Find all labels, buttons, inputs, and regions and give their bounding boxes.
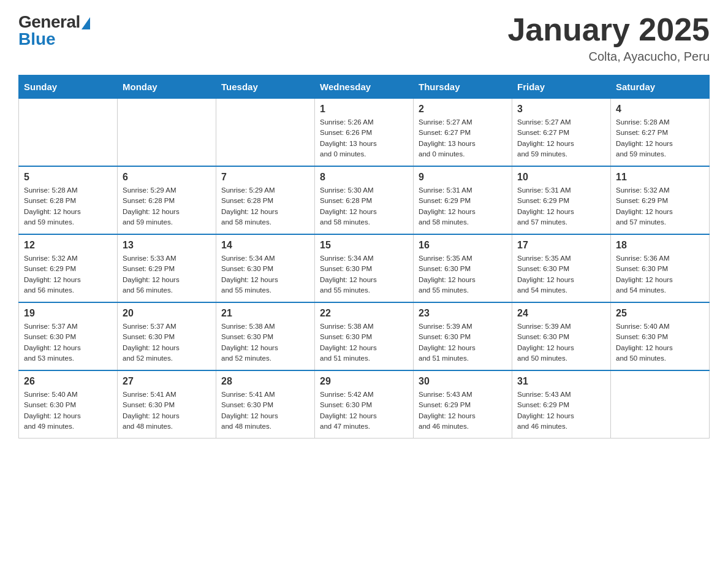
calendar-table: SundayMondayTuesdayWednesdayThursdayFrid… [18, 75, 710, 439]
day-info: Sunrise: 5:40 AM Sunset: 6:30 PM Dayligh… [24, 389, 112, 432]
calendar-day-header: Sunday [19, 75, 118, 99]
day-number: 19 [24, 308, 112, 319]
day-info: Sunrise: 5:27 AM Sunset: 6:27 PM Dayligh… [419, 117, 507, 159]
calendar-cell: 7Sunrise: 5:29 AM Sunset: 6:28 PM Daylig… [216, 166, 315, 234]
calendar-cell: 19Sunrise: 5:37 AM Sunset: 6:30 PM Dayli… [19, 302, 118, 370]
day-number: 9 [419, 172, 507, 183]
day-info: Sunrise: 5:43 AM Sunset: 6:29 PM Dayligh… [419, 389, 507, 432]
calendar-day-header: Tuesday [216, 75, 315, 99]
calendar-header-row: SundayMondayTuesdayWednesdayThursdayFrid… [19, 75, 710, 99]
day-number: 7 [221, 172, 309, 183]
calendar-cell: 24Sunrise: 5:39 AM Sunset: 6:30 PM Dayli… [512, 302, 611, 370]
calendar-cell: 27Sunrise: 5:41 AM Sunset: 6:30 PM Dayli… [118, 370, 216, 439]
calendar-cell: 23Sunrise: 5:39 AM Sunset: 6:30 PM Dayli… [414, 302, 512, 370]
day-number: 6 [123, 172, 211, 183]
page-header: General Blue January 2025 Colta, Ayacuch… [18, 12, 710, 64]
day-number: 25 [616, 308, 704, 319]
calendar-cell [611, 370, 710, 439]
day-info: Sunrise: 5:26 AM Sunset: 6:26 PM Dayligh… [320, 117, 408, 159]
day-info: Sunrise: 5:37 AM Sunset: 6:30 PM Dayligh… [123, 321, 211, 364]
location-text: Colta, Ayacucho, Peru [507, 50, 710, 64]
calendar-cell: 29Sunrise: 5:42 AM Sunset: 6:30 PM Dayli… [315, 370, 414, 439]
day-number: 8 [320, 172, 408, 183]
calendar-cell: 15Sunrise: 5:34 AM Sunset: 6:30 PM Dayli… [315, 234, 414, 302]
day-number: 1 [320, 104, 408, 115]
calendar-cell: 25Sunrise: 5:40 AM Sunset: 6:30 PM Dayli… [611, 302, 710, 370]
calendar-cell: 9Sunrise: 5:31 AM Sunset: 6:29 PM Daylig… [414, 166, 512, 234]
day-info: Sunrise: 5:37 AM Sunset: 6:30 PM Dayligh… [24, 321, 112, 364]
day-info: Sunrise: 5:38 AM Sunset: 6:30 PM Dayligh… [221, 321, 309, 364]
logo-triangle-icon [82, 17, 90, 29]
calendar-cell: 31Sunrise: 5:43 AM Sunset: 6:29 PM Dayli… [512, 370, 611, 439]
day-number: 15 [320, 240, 408, 251]
day-info: Sunrise: 5:29 AM Sunset: 6:28 PM Dayligh… [221, 185, 309, 228]
day-info: Sunrise: 5:43 AM Sunset: 6:29 PM Dayligh… [517, 389, 605, 432]
day-number: 31 [517, 376, 605, 387]
title-area: January 2025 Colta, Ayacucho, Peru [507, 12, 710, 64]
calendar-week-row: 12Sunrise: 5:32 AM Sunset: 6:29 PM Dayli… [19, 234, 710, 302]
day-info: Sunrise: 5:41 AM Sunset: 6:30 PM Dayligh… [221, 389, 309, 432]
day-info: Sunrise: 5:27 AM Sunset: 6:27 PM Dayligh… [517, 117, 605, 159]
calendar-cell: 17Sunrise: 5:35 AM Sunset: 6:30 PM Dayli… [512, 234, 611, 302]
calendar-cell [216, 99, 315, 167]
calendar-day-header: Monday [118, 75, 216, 99]
day-info: Sunrise: 5:28 AM Sunset: 6:28 PM Dayligh… [24, 185, 112, 228]
day-number: 27 [123, 376, 211, 387]
logo-blue-text: Blue [18, 29, 56, 49]
calendar-week-row: 26Sunrise: 5:40 AM Sunset: 6:30 PM Dayli… [19, 370, 710, 439]
day-number: 12 [24, 240, 112, 251]
day-number: 10 [517, 172, 605, 183]
calendar-cell: 14Sunrise: 5:34 AM Sunset: 6:30 PM Dayli… [216, 234, 315, 302]
day-info: Sunrise: 5:34 AM Sunset: 6:30 PM Dayligh… [320, 253, 408, 296]
day-info: Sunrise: 5:36 AM Sunset: 6:30 PM Dayligh… [616, 253, 704, 296]
day-info: Sunrise: 5:32 AM Sunset: 6:29 PM Dayligh… [24, 253, 112, 296]
calendar-cell: 18Sunrise: 5:36 AM Sunset: 6:30 PM Dayli… [611, 234, 710, 302]
day-info: Sunrise: 5:32 AM Sunset: 6:29 PM Dayligh… [616, 185, 704, 228]
day-info: Sunrise: 5:39 AM Sunset: 6:30 PM Dayligh… [517, 321, 605, 364]
day-number: 18 [616, 240, 704, 251]
day-info: Sunrise: 5:34 AM Sunset: 6:30 PM Dayligh… [221, 253, 309, 296]
day-info: Sunrise: 5:35 AM Sunset: 6:30 PM Dayligh… [517, 253, 605, 296]
day-number: 3 [517, 104, 605, 115]
calendar-cell: 22Sunrise: 5:38 AM Sunset: 6:30 PM Dayli… [315, 302, 414, 370]
day-number: 30 [419, 376, 507, 387]
calendar-cell: 3Sunrise: 5:27 AM Sunset: 6:27 PM Daylig… [512, 99, 611, 167]
month-title: January 2025 [507, 12, 710, 47]
calendar-cell: 11Sunrise: 5:32 AM Sunset: 6:29 PM Dayli… [611, 166, 710, 234]
calendar-cell: 30Sunrise: 5:43 AM Sunset: 6:29 PM Dayli… [414, 370, 512, 439]
day-info: Sunrise: 5:30 AM Sunset: 6:28 PM Dayligh… [320, 185, 408, 228]
day-number: 17 [517, 240, 605, 251]
day-number: 4 [616, 104, 704, 115]
calendar-cell: 4Sunrise: 5:28 AM Sunset: 6:27 PM Daylig… [611, 99, 710, 167]
day-info: Sunrise: 5:29 AM Sunset: 6:28 PM Dayligh… [123, 185, 211, 228]
day-number: 24 [517, 308, 605, 319]
logo: General Blue [18, 12, 90, 49]
calendar-week-row: 1Sunrise: 5:26 AM Sunset: 6:26 PM Daylig… [19, 99, 710, 167]
day-number: 11 [616, 172, 704, 183]
day-number: 16 [419, 240, 507, 251]
day-info: Sunrise: 5:42 AM Sunset: 6:30 PM Dayligh… [320, 389, 408, 432]
calendar-cell: 6Sunrise: 5:29 AM Sunset: 6:28 PM Daylig… [118, 166, 216, 234]
day-info: Sunrise: 5:31 AM Sunset: 6:29 PM Dayligh… [517, 185, 605, 228]
calendar-day-header: Wednesday [315, 75, 414, 99]
day-number: 28 [221, 376, 309, 387]
calendar-cell: 26Sunrise: 5:40 AM Sunset: 6:30 PM Dayli… [19, 370, 118, 439]
calendar-cell: 16Sunrise: 5:35 AM Sunset: 6:30 PM Dayli… [414, 234, 512, 302]
calendar-cell: 8Sunrise: 5:30 AM Sunset: 6:28 PM Daylig… [315, 166, 414, 234]
day-info: Sunrise: 5:28 AM Sunset: 6:27 PM Dayligh… [616, 117, 704, 159]
day-number: 14 [221, 240, 309, 251]
calendar-cell: 20Sunrise: 5:37 AM Sunset: 6:30 PM Dayli… [118, 302, 216, 370]
day-info: Sunrise: 5:35 AM Sunset: 6:30 PM Dayligh… [419, 253, 507, 296]
day-number: 21 [221, 308, 309, 319]
day-info: Sunrise: 5:33 AM Sunset: 6:29 PM Dayligh… [123, 253, 211, 296]
day-info: Sunrise: 5:40 AM Sunset: 6:30 PM Dayligh… [616, 321, 704, 364]
day-number: 2 [419, 104, 507, 115]
calendar-cell: 21Sunrise: 5:38 AM Sunset: 6:30 PM Dayli… [216, 302, 315, 370]
calendar-cell: 5Sunrise: 5:28 AM Sunset: 6:28 PM Daylig… [19, 166, 118, 234]
day-info: Sunrise: 5:31 AM Sunset: 6:29 PM Dayligh… [419, 185, 507, 228]
calendar-cell: 1Sunrise: 5:26 AM Sunset: 6:26 PM Daylig… [315, 99, 414, 167]
calendar-cell: 28Sunrise: 5:41 AM Sunset: 6:30 PM Dayli… [216, 370, 315, 439]
day-info: Sunrise: 5:41 AM Sunset: 6:30 PM Dayligh… [123, 389, 211, 432]
calendar-cell: 13Sunrise: 5:33 AM Sunset: 6:29 PM Dayli… [118, 234, 216, 302]
calendar-week-row: 19Sunrise: 5:37 AM Sunset: 6:30 PM Dayli… [19, 302, 710, 370]
